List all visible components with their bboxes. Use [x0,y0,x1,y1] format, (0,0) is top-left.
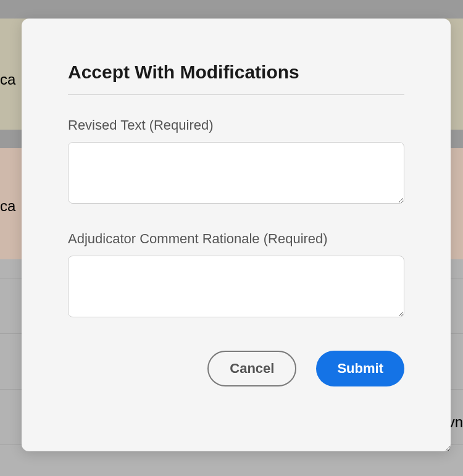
cancel-button[interactable]: Cancel [207,351,296,386]
rationale-label: Adjudicator Comment Rationale (Required) [68,231,404,247]
background-text: ca [0,198,15,215]
dialog-button-row: Cancel Submit [68,351,404,386]
rationale-input[interactable] [68,256,404,317]
title-divider [68,94,404,95]
accept-with-modifications-dialog: Accept With Modifications Revised Text (… [22,19,451,451]
revised-text-label: Revised Text (Required) [68,117,404,133]
background-text: ca [0,71,15,88]
dialog-title: Accept With Modifications [68,62,404,83]
submit-button[interactable]: Submit [316,351,404,386]
revised-text-input[interactable] [68,142,404,204]
